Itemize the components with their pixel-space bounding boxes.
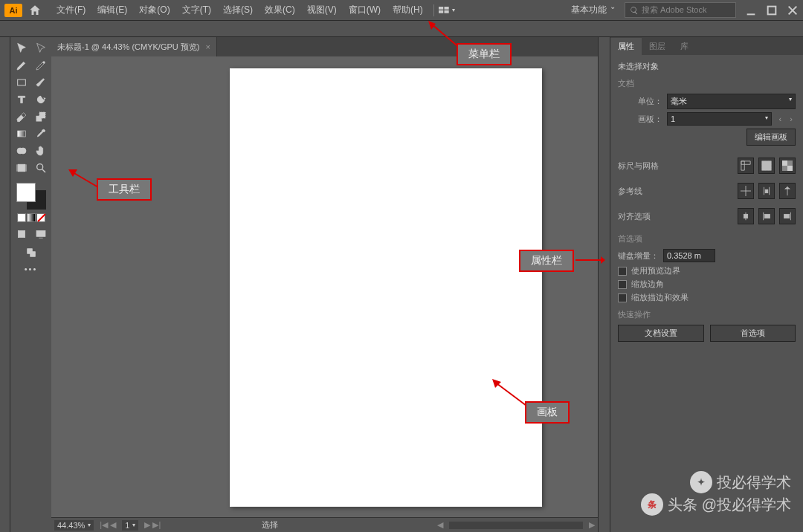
menu-effect[interactable]: 效果(C) [259, 1, 301, 19]
menu-edit[interactable]: 编辑(E) [91, 1, 133, 19]
scroll-left-icon[interactable]: ◀ [437, 520, 443, 530]
zoom-tool-icon[interactable] [32, 160, 50, 176]
svg-rect-21 [36, 230, 45, 236]
rectangle-tool-icon[interactable] [13, 74, 30, 91]
draw-normal-icon[interactable] [13, 226, 30, 242]
selection-tool-icon[interactable] [13, 40, 30, 56]
key-increment-field[interactable]: 0.3528 m [663, 249, 715, 262]
panel-tabs: 属性 图层 库 [610, 37, 803, 55]
search-icon [630, 6, 639, 15]
ruler-icon[interactable] [738, 158, 754, 174]
menu-select[interactable]: 选择(S) [217, 1, 259, 19]
snap-pixel-icon[interactable] [738, 208, 754, 224]
control-bar [0, 21, 803, 37]
artboard-tool-icon[interactable] [13, 160, 30, 176]
svg-line-19 [42, 169, 45, 172]
menu-type[interactable]: 文字(T) [176, 1, 217, 19]
arrow-properties [574, 256, 605, 266]
pen-tool-icon[interactable] [13, 57, 30, 74]
scroll-right-icon[interactable]: ▶ [589, 520, 595, 530]
fill-stroke-swatch[interactable] [15, 181, 48, 211]
edit-toolbar-icon[interactable]: ••• [25, 265, 38, 273]
scale-corners-checkbox[interactable] [618, 280, 627, 289]
menu-help[interactable]: 帮助(H) [387, 1, 429, 19]
close-button[interactable] [787, 4, 799, 16]
artboard-prev-icon[interactable]: |◀ ◀ [100, 520, 116, 530]
menu-view[interactable]: 视图(V) [301, 1, 343, 19]
use-preview-bounds-checkbox[interactable] [618, 267, 627, 276]
svg-line-51 [497, 383, 526, 406]
paintbrush-tool-icon[interactable] [32, 74, 50, 91]
svg-rect-5 [768, 6, 776, 14]
curvature-tool-icon[interactable] [32, 57, 50, 74]
transparency-grid-icon[interactable] [779, 158, 796, 174]
panel-collapse-strip[interactable] [598, 37, 610, 532]
tab-properties[interactable]: 属性 [610, 38, 642, 55]
grid-icon[interactable] [758, 158, 775, 174]
color-mode-solid[interactable] [17, 213, 26, 222]
change-screen-mode-icon[interactable] [22, 244, 40, 261]
quick-actions-label: 快速操作 [618, 309, 796, 320]
home-icon[interactable] [28, 4, 42, 17]
search-stock-field[interactable]: 搜索 Adobe Stock [625, 2, 736, 18]
scale-strokes-checkbox[interactable] [618, 293, 627, 302]
shape-builder-tool-icon[interactable] [13, 143, 30, 159]
gradient-tool-icon[interactable] [13, 126, 30, 142]
svg-point-14 [20, 148, 26, 154]
canvas[interactable] [51, 56, 598, 517]
smart-guides-icon[interactable] [779, 183, 796, 199]
workspace-dropdown[interactable]: 基本功能 [565, 2, 617, 18]
preferences-button[interactable]: 首选项 [710, 325, 796, 342]
edit-artboards-button[interactable]: 编辑画板 [746, 129, 796, 146]
artboard-dropdown[interactable]: 1▾ [667, 112, 772, 126]
scale-tool-icon[interactable] [32, 108, 50, 125]
status-bar: 44.43%▾ |◀ ◀ 1▾ ▶ ▶| 选择 ◀ ▶ [51, 517, 598, 532]
svg-rect-25 [762, 161, 771, 170]
key-increment-label: 键盘增量： [618, 250, 659, 262]
maximize-button[interactable] [766, 4, 778, 16]
scale-strokes-label: 缩放描边和效果 [631, 292, 688, 303]
minimize-button[interactable] [745, 4, 757, 16]
document-tab-bar: 未标题-1 @ 44.43% (CMYK/GPU 预览) × [51, 37, 598, 56]
document-tab[interactable]: 未标题-1 @ 44.43% (CMYK/GPU 预览) × [51, 37, 217, 56]
menu-object[interactable]: 对象(O) [133, 1, 175, 19]
tab-libraries[interactable]: 库 [673, 38, 696, 55]
ruler-grid-label: 标尺与网格 [618, 160, 659, 172]
eraser-tool-icon[interactable] [13, 108, 30, 125]
app-logo: Ai [4, 4, 22, 17]
menu-window[interactable]: 窗口(W) [343, 1, 387, 19]
svg-marker-48 [68, 169, 77, 177]
menu-file[interactable]: 文件(F) [51, 1, 91, 19]
close-tab-icon[interactable]: × [205, 42, 210, 51]
artboard-nav-arrows[interactable]: ‹ › [779, 114, 796, 123]
snap-grid-icon[interactable] [779, 208, 796, 224]
tab-layers[interactable]: 图层 [642, 38, 673, 55]
snap-point-icon[interactable] [758, 208, 775, 224]
svg-rect-2 [439, 10, 443, 13]
guides-show-icon[interactable] [738, 183, 754, 199]
zoom-level-field[interactable]: 44.43%▾ [54, 520, 94, 531]
watermark-toutiao: 条 头条 @投必得学术 [641, 493, 791, 516]
color-mode-none[interactable] [36, 213, 45, 222]
toolbar-collapse-strip[interactable] [0, 37, 10, 532]
svg-point-18 [36, 164, 42, 170]
type-tool-icon[interactable] [13, 91, 30, 108]
color-mode-gradient[interactable] [27, 213, 36, 222]
artboard[interactable] [230, 68, 542, 507]
svg-line-47 [73, 172, 98, 187]
hand-tool-icon[interactable] [32, 143, 50, 159]
direct-selection-tool-icon[interactable] [32, 40, 50, 56]
svg-rect-20 [18, 230, 25, 237]
horizontal-scrollbar[interactable] [449, 522, 583, 529]
artboard-next-icon[interactable]: ▶ ▶| [144, 520, 161, 530]
document-setup-button[interactable]: 文档设置 [618, 325, 704, 342]
artboard-nav-field[interactable]: 1▾ [122, 520, 138, 531]
color-mode-row[interactable] [17, 213, 45, 222]
screen-mode-icon[interactable] [32, 226, 50, 242]
rotate-tool-icon[interactable] [32, 91, 50, 108]
arrange-documents-icon[interactable]: ▾ [439, 5, 455, 16]
eyedropper-tool-icon[interactable] [32, 126, 50, 142]
guides-lock-icon[interactable] [758, 183, 775, 199]
separator [433, 4, 434, 16]
units-dropdown[interactable]: 毫米▾ [667, 94, 796, 109]
